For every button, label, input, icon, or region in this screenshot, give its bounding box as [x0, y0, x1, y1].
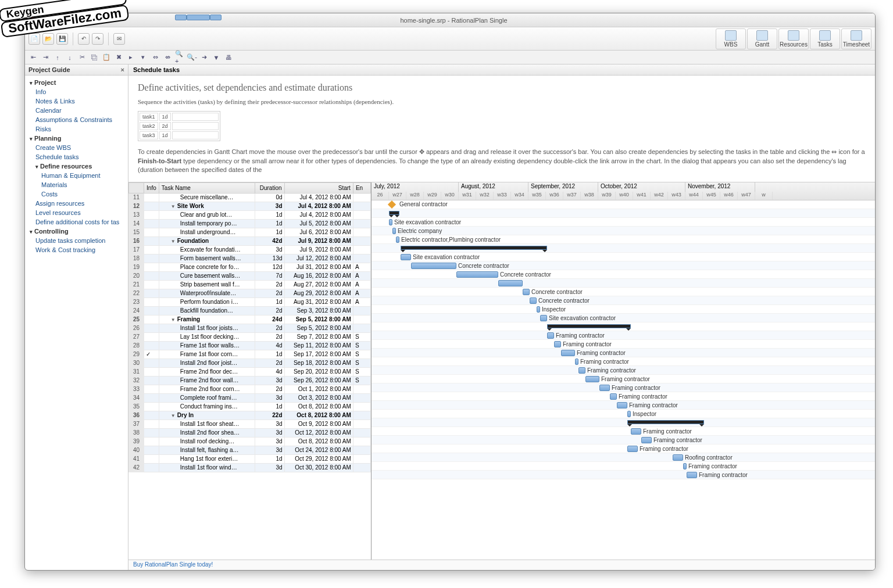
task-bar[interactable]: Concrete contractor [523, 289, 530, 295]
table-row[interactable]: 33Frame 2nd floor corn…2dOct 1, 2012 8:0… [129, 385, 371, 393]
collapse-icon[interactable]: ▾ [138, 53, 148, 62]
task-bar[interactable]: Framing contractor [683, 463, 687, 469]
gantt-row[interactable]: Site excavation contractor [372, 218, 875, 227]
sidebar-group[interactable]: Project [25, 78, 128, 87]
sidebar-item[interactable]: Update tasks completion [25, 236, 128, 245]
open-button[interactable]: 📂 [42, 33, 54, 45]
unlink-icon[interactable]: ⇎ [163, 53, 172, 62]
gantt-row[interactable]: Framing contractor [372, 427, 875, 436]
mode-timesheet-button[interactable]: Timesheet [841, 28, 871, 49]
gantt-row[interactable]: Framing contractor [372, 340, 875, 349]
col-duration[interactable]: Duration [255, 182, 284, 193]
sidebar-item[interactable]: Costs [25, 189, 128, 199]
print-icon[interactable]: 🖶 [224, 53, 233, 62]
zoom-out-icon[interactable]: 🔍- [187, 53, 197, 62]
mode-tasks-button[interactable]: Tasks [810, 28, 840, 49]
gantt-row[interactable] [372, 209, 875, 218]
gantt-row[interactable]: Framing contractor [372, 331, 875, 340]
sidebar-item[interactable]: Work & Cost tracking [25, 245, 128, 254]
gantt-row[interactable] [372, 244, 875, 253]
gantt-row[interactable]: Concrete contractor [372, 296, 875, 305]
task-bar[interactable]: Framing contractor [610, 393, 617, 400]
goto-icon[interactable]: ➜ [199, 53, 209, 62]
summary-bar[interactable] [627, 420, 704, 424]
task-bar[interactable]: Framing contractor [631, 428, 641, 435]
gantt-row[interactable]: Site excavation contractor [372, 253, 875, 261]
gantt-row[interactable]: Concrete contractor [372, 288, 875, 296]
window-zoom-button[interactable] [49, 17, 56, 23]
sidebar-item[interactable]: Notes & Links [25, 96, 128, 106]
gantt-row[interactable]: Framing contractor [372, 357, 875, 366]
table-row[interactable]: 21Strip basement wall f…2dAug 27, 2012 8… [129, 280, 371, 289]
mode-gantt-button[interactable]: Gantt [747, 28, 777, 49]
redo-button[interactable]: ↷ [92, 33, 103, 45]
table-row[interactable]: 26Install 1st floor joists…2dSep 5, 2012… [129, 324, 371, 332]
table-row[interactable]: 30Install 2nd floor joist…2dSep 18, 2012… [129, 358, 371, 367]
delete-icon[interactable]: ✖ [114, 53, 123, 62]
summary-bar[interactable] [389, 211, 399, 215]
indent-right-icon[interactable]: ⇥ [41, 53, 50, 62]
sidebar-item[interactable]: Materials [25, 180, 128, 189]
sidebar-item[interactable]: Human & Equipment [25, 171, 128, 180]
col-end[interactable]: En [353, 182, 370, 193]
window-close-button[interactable] [30, 17, 36, 23]
expand-icon[interactable]: ▸ [126, 53, 135, 62]
gantt-row[interactable]: Concrete contractor [372, 270, 875, 279]
table-row[interactable]: 15Install underground…1dJul 6, 2012 8:00… [129, 228, 371, 236]
task-bar[interactable]: Framing contractor [578, 367, 585, 374]
sidebar-subgroup[interactable]: Define resources [25, 162, 128, 171]
mail-button[interactable]: ✉ [113, 33, 125, 45]
gantt-row[interactable]: Framing contractor [372, 392, 875, 401]
gantt-row[interactable]: Inspector [372, 410, 875, 418]
sidebar-group[interactable]: Planning [25, 134, 128, 143]
gantt-row[interactable]: Concrete contractor [372, 261, 875, 270]
summary-bar[interactable] [547, 324, 631, 328]
task-bar[interactable]: Framing contractor [575, 358, 578, 365]
promo-link[interactable]: Buy RationalPlan Single today! [133, 561, 213, 568]
cut-icon[interactable]: ✂ [77, 53, 87, 62]
gantt-row[interactable]: Framing contractor [372, 349, 875, 357]
undo-button[interactable]: ↶ [78, 33, 90, 45]
summary-bar[interactable] [401, 246, 547, 250]
indent-left-icon[interactable]: ⇤ [28, 53, 38, 62]
task-bar[interactable] [498, 280, 523, 286]
task-bar[interactable]: Concrete contractor [530, 297, 537, 304]
sidebar-item[interactable]: Create WBS [25, 143, 128, 152]
gantt-row[interactable]: Inspector [372, 305, 875, 314]
task-bar[interactable]: Framing contractor [585, 376, 599, 382]
col-info[interactable]: Info [144, 182, 159, 193]
table-row[interactable]: 13Clear and grub lot…1dJul 4, 2012 8:00 … [129, 210, 371, 219]
link-icon[interactable]: ⇔ [151, 53, 160, 62]
table-row[interactable]: 38Install 2nd floor shea…3dOct 12, 2012 … [129, 428, 371, 437]
task-table[interactable]: Info Task Name Duration Start En 11Secur… [128, 182, 372, 560]
task-bar[interactable]: Inspector [627, 411, 631, 417]
milestone-icon[interactable] [388, 200, 396, 208]
gantt-row[interactable]: Electric contractor,Plumbing contractor [372, 235, 875, 244]
gantt-row[interactable]: Framing contractor [372, 366, 875, 375]
gantt-row[interactable] [372, 279, 875, 288]
filter-icon[interactable]: ▼ [212, 53, 221, 62]
table-row[interactable]: 17Excavate for foundati…3dJul 9, 2012 8:… [129, 245, 371, 254]
task-bar[interactable]: Framing contractor [617, 402, 627, 408]
table-row[interactable]: 42Install 1st floor wind…3dOct 30, 2012 … [129, 463, 371, 472]
sidebar-item[interactable]: Info [25, 87, 128, 96]
task-bar[interactable]: Electric company [392, 228, 396, 234]
table-row[interactable]: 16▼Foundation42dJul 9, 2012 8:00 AM [129, 236, 371, 245]
gantt-chart[interactable]: July, 2012August, 2012September, 2012Oct… [372, 182, 875, 560]
sidebar-item[interactable]: Calendar [25, 106, 128, 115]
gantt-row[interactable]: Framing contractor [372, 375, 875, 383]
table-row[interactable]: 39Install roof decking…3dOct 8, 2012 8:0… [129, 437, 371, 446]
task-bar[interactable]: Framing contractor [641, 437, 652, 443]
sidebar-item[interactable]: Assumptions & Constraints [25, 115, 128, 124]
table-row[interactable]: 32Frame 2nd floor wall…3dSep 26, 2012 8:… [129, 376, 371, 385]
table-row[interactable]: 41Hang 1st floor exteri…1dOct 29, 2012 8… [129, 454, 371, 463]
gantt-row[interactable]: Framing contractor [372, 462, 875, 471]
task-bar[interactable]: Electric contractor,Plumbing contractor [396, 236, 399, 243]
col-name[interactable]: Task Name [159, 182, 255, 193]
task-bar[interactable]: Framing contractor [554, 341, 561, 347]
gantt-row[interactable]: Electric company [372, 227, 875, 235]
table-row[interactable]: 25▼Framing24dSep 5, 2012 8:00 AM [129, 315, 371, 324]
table-row[interactable]: 18Form basement walls…13dJul 12, 2012 8:… [129, 254, 371, 263]
sidebar-item[interactable]: Risks [25, 124, 128, 134]
gantt-row[interactable]: Framing contractor [372, 471, 875, 479]
